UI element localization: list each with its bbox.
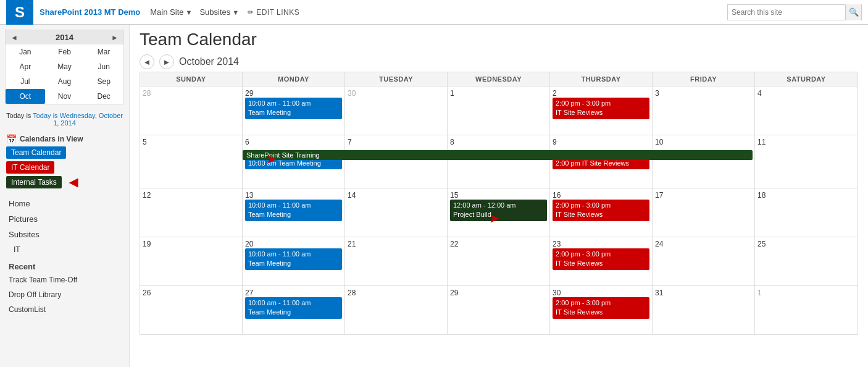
main-site-link[interactable]: Main Site (150, 7, 183, 17)
list-item[interactable]: 2:00 pm - 3:00 pmIT Site Reviews (553, 248, 649, 270)
table-row: 5 (140, 135, 243, 188)
calendar-navigation: ◄ ► October 2014 (130, 52, 868, 72)
mini-cal-feb[interactable]: Feb (45, 44, 85, 59)
sidebar-home-link[interactable]: Home (0, 196, 129, 211)
cal-date: 2 (553, 89, 649, 98)
calendar-section-icon: 📅 (6, 134, 17, 144)
table-row: 11 (755, 135, 858, 188)
search-input[interactable] (728, 8, 845, 17)
page-content: Team Calendar ◄ ► October 2014 SUNDAY MO… (130, 25, 868, 367)
table-row: 3 (653, 86, 755, 135)
mini-cal-sep[interactable]: Sep (84, 74, 123, 89)
mini-cal-next-btn[interactable]: ► (111, 33, 119, 42)
week2-arrow: ➤ (267, 153, 276, 166)
brand-link[interactable]: SharePoint 2013 MT Demo (40, 7, 140, 17)
mini-cal-dec[interactable]: Dec (84, 89, 123, 104)
table-row: 14 (345, 188, 448, 237)
week-2-days: 5 6 10:00 am Team Meeting 7 8 9 (140, 135, 858, 188)
mini-cal-may[interactable]: May (45, 59, 85, 74)
cal-date: 4 (757, 89, 855, 98)
cal-header-sunday: SUNDAY (140, 72, 243, 86)
week3-arrow: ➤ (490, 212, 499, 226)
table-row: 20 10:00 am - 11:00 amTeam Meeting (243, 237, 345, 285)
mini-cal-prev-btn[interactable]: ◄ (10, 33, 18, 42)
cal-date: 23 (553, 240, 649, 248)
edit-links-label[interactable]: EDIT LINKS (256, 8, 299, 17)
search-button[interactable]: 🔍 (845, 4, 861, 20)
cal-date: 9 (553, 138, 649, 146)
table-row: 30 (345, 86, 448, 135)
cal-date: 21 (348, 240, 444, 248)
list-item[interactable]: 2:00 pm - 3:00 pmIT Site Reviews (553, 200, 649, 221)
list-item[interactable]: 10:00 am - 11:00 amTeam Meeting (245, 248, 342, 270)
cal-date: 17 (655, 191, 752, 200)
calendar-month-label: October 2014 (179, 56, 239, 67)
sharepoint-training-event[interactable]: SharePoint Site Training (243, 150, 753, 160)
table-row: 6 10:00 am Team Meeting (243, 135, 345, 188)
internal-tasks-badge-row: Internal Tasks ◀ (0, 175, 129, 190)
mini-cal-oct[interactable]: Oct (6, 89, 45, 104)
mini-cal-year: 2014 (56, 33, 73, 42)
cal-next-btn[interactable]: ► (159, 54, 174, 69)
main-layout: ◄ 2014 ► Jan Feb Mar Apr May Jun Jul Aug… (0, 25, 868, 367)
cal-date: 15 (450, 191, 547, 200)
sidebar-dropoff-link[interactable]: Drop Off Library (0, 287, 129, 302)
mini-cal-grid: Jan Feb Mar Apr May Jun Jul Aug Sep Oct … (6, 44, 123, 104)
cal-date: 7 (348, 138, 444, 146)
table-row: 18 (755, 188, 858, 237)
internal-tasks-arrow-icon: ◀ (69, 175, 78, 189)
table-row: 7 (345, 135, 448, 188)
page-header: Team Calendar (130, 25, 868, 52)
list-item[interactable]: 10:00 am - 11:00 amTeam Meeting (245, 200, 342, 221)
mini-cal-jun[interactable]: Jun (84, 59, 123, 74)
team-calendar-badge[interactable]: Team Calendar (6, 146, 66, 159)
subsites-link[interactable]: Subsites (199, 7, 230, 17)
cal-header-tuesday: TUESDAY (345, 72, 448, 86)
cal-date: 30 (348, 89, 444, 98)
cal-date: 1 (757, 289, 855, 297)
mini-cal-mar[interactable]: Mar (84, 44, 123, 59)
table-row: 13 10:00 am - 11:00 amTeam Meeting (243, 188, 345, 237)
mini-cal-nov[interactable]: Nov (45, 89, 85, 104)
sidebar-track-link[interactable]: Track Team Time-Off (0, 272, 129, 287)
table-row: 29 (448, 286, 550, 334)
table-row: 15 12:00 am - 12:00 amProject Build (448, 188, 550, 237)
cal-header-saturday: SATURDAY (755, 72, 858, 86)
cal-date: 14 (348, 191, 444, 200)
sidebar-it-link[interactable]: IT (0, 242, 129, 257)
sharepoint-logo: S (6, 0, 33, 25)
list-item[interactable]: 2:00 pm - 3:00 pmIT Site Reviews (553, 98, 649, 119)
sidebar-pictures-link[interactable]: Pictures (0, 211, 129, 227)
cal-date: 29 (245, 89, 342, 98)
top-nav: S SharePoint 2013 MT Demo Main Site ▼ Su… (0, 0, 868, 25)
sidebar-subsites-link[interactable]: Subsites (0, 227, 129, 242)
table-row: 8 (448, 135, 550, 188)
mini-cal-apr[interactable]: Apr (6, 59, 45, 74)
mini-cal-aug[interactable]: Aug (45, 74, 85, 89)
list-item[interactable]: 2:00 pm - 3:00 pmIT Site Reviews (553, 297, 649, 319)
main-site-dropdown-icon[interactable]: ▼ (185, 9, 192, 16)
it-calendar-badge[interactable]: IT Calendar (6, 161, 54, 174)
table-row: 29 10:00 am - 11:00 amTeam Meeting (243, 86, 345, 135)
mini-cal-jan[interactable]: Jan (6, 44, 45, 59)
table-row: 28 (345, 286, 448, 334)
cal-date: 18 (757, 191, 855, 200)
today-link[interactable]: Today is Wednesday, October 1, 2014 (33, 112, 123, 127)
calendar-week-4: 19 20 10:00 am - 11:00 amTeam Meeting 21… (140, 237, 858, 286)
list-item[interactable]: 10:00 am - 11:00 amTeam Meeting (245, 297, 342, 319)
cal-date: 22 (450, 240, 547, 248)
today-label: Today is Today is Wednesday, October 1, … (0, 109, 129, 130)
cal-prev-btn[interactable]: ◄ (140, 54, 154, 69)
table-row: 27 10:00 am - 11:00 amTeam Meeting (243, 286, 345, 334)
logo-s-icon: S (15, 4, 25, 21)
calendar-header: SUNDAY MONDAY TUESDAY WEDNESDAY THURSDAY… (140, 72, 858, 86)
table-row: 9 2:00 pm IT Site Reviews (550, 135, 653, 188)
list-item[interactable]: 10:00 am - 11:00 amTeam Meeting (245, 98, 342, 119)
mini-cal-jul[interactable]: Jul (6, 74, 45, 89)
cal-header-monday: MONDAY (243, 72, 345, 86)
sidebar-customlist-link[interactable]: CustomList (0, 302, 129, 317)
internal-tasks-badge[interactable]: Internal Tasks (6, 176, 62, 188)
table-row: 16 2:00 pm - 3:00 pmIT Site Reviews (550, 188, 653, 237)
subsites-dropdown-icon[interactable]: ▼ (232, 9, 239, 16)
cal-date: 29 (450, 289, 547, 297)
